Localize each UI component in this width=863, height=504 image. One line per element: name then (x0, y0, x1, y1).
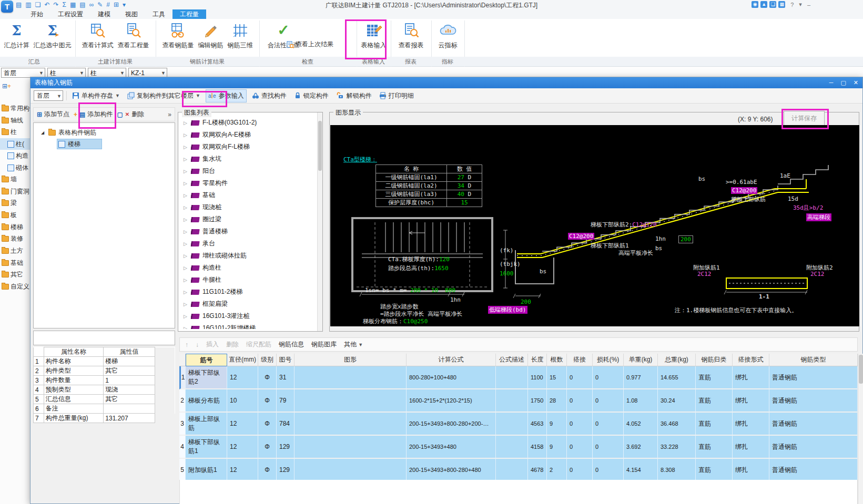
sidebar-item-custom[interactable]: 自定义 (0, 281, 30, 292)
expand-icon[interactable]: ▷ (184, 229, 188, 234)
cell-unitweight[interactable]: 4.154 (624, 459, 658, 482)
cell-name[interactable]: 梯板下部纵筋2 (186, 366, 227, 389)
property-row[interactable]: 1构件名称楼梯 (34, 357, 175, 366)
cell-diameter[interactable]: 12 (227, 436, 258, 459)
find-component-button[interactable]: 查找构件 (250, 90, 289, 102)
expand-icon[interactable]: ▷ (184, 217, 188, 222)
cell-name[interactable]: 梯板上部纵筋 (186, 413, 227, 436)
atlas-item[interactable]: ▷阳台 (178, 165, 322, 177)
col-header-type[interactable]: 钢筋类型 (769, 354, 858, 366)
expand-icon[interactable]: ▷ (184, 241, 188, 246)
view-rebar-qty-button[interactable]: 查看钢筋量 (160, 20, 196, 51)
atlas-item[interactable]: ▷零星构件 (178, 177, 322, 189)
cell-lap[interactable]: 0 (567, 389, 593, 413)
cell-length[interactable]: 4678 (528, 459, 547, 482)
expand-icon[interactable]: ▷ (184, 253, 188, 259)
cell-lap[interactable]: 0 (567, 413, 593, 436)
cell-lap[interactable]: 0 (567, 459, 593, 482)
cell-lapform[interactable]: 绑扎 (733, 389, 769, 413)
other-menu-button[interactable]: 其他 ▼ (344, 340, 363, 349)
cell-length[interactable]: 4563 (528, 413, 547, 436)
col-header-unitweight[interactable]: 单重(kg) (624, 354, 658, 366)
cell-shape[interactable]: 2800 185 480 1650 (295, 436, 407, 459)
cell-name[interactable]: 附加纵筋1 (186, 459, 227, 482)
parameter-input-button[interactable]: ae 参数输入 (206, 89, 247, 102)
cad-top-rebar-tag[interactable]: C12@200 (731, 187, 757, 194)
cell-count[interactable]: 28 (547, 389, 567, 413)
edit-rebar-button[interactable]: 编辑钢筋 (196, 20, 226, 51)
property-row[interactable]: 3构件数量1 (34, 376, 175, 385)
col-header-lapform[interactable]: 搭接形式 (733, 354, 769, 366)
cell-shape[interactable]: 90 1570 (295, 389, 407, 413)
cell-desc[interactable] (496, 436, 528, 459)
atlas-item[interactable]: ▷圈过梁 (178, 213, 322, 225)
cell-diameter[interactable]: 10 (227, 389, 258, 413)
dialog-floor-combo[interactable]: 首层▼ (34, 90, 63, 101)
cell-unitweight[interactable]: 1.08 (624, 389, 658, 413)
cad-canvas[interactable]: CTa型楼梯： 名 称数 值 一级钢筋锚固(la1)27 D 二级钢筋锚固(la… (330, 125, 859, 326)
minimize-ribbon-button[interactable]: ▾ (799, 1, 802, 8)
cell-lapform[interactable]: 绑扎 (733, 366, 769, 389)
cell-lapform[interactable]: 绑扎 (733, 413, 769, 436)
expand-icon[interactable]: ▷ (184, 145, 188, 150)
cell-formula[interactable]: 200-15+3493+480 (407, 436, 496, 459)
delete-row-button[interactable]: 删除 (226, 340, 239, 349)
cell-desc[interactable] (496, 413, 528, 436)
cell-diameter[interactable]: 12 (227, 366, 258, 389)
view-quantity-button[interactable]: 查看工程量 (116, 20, 151, 51)
cell-count[interactable]: 9 (547, 413, 567, 436)
property-row[interactable]: 6备注 (34, 404, 175, 414)
delete-button[interactable]: ▢✕删除 (117, 110, 144, 119)
cell-lapform[interactable]: 绑扎 (733, 436, 769, 459)
col-header-figure[interactable]: 图号 (277, 354, 295, 366)
copy-to-floors-button[interactable]: 复制构件到其它楼层▼ (125, 90, 202, 102)
lock-component-button[interactable]: 锁定构件 (292, 90, 331, 102)
sidebar-item-other[interactable]: 其它 (0, 269, 30, 280)
cell-name[interactable]: 梯板下部纵筋1 (186, 436, 227, 459)
atlas-item[interactable]: ▷框架扁梁 (178, 298, 322, 310)
bell-icon[interactable]: ▲ (760, 1, 767, 8)
table-scrollbar[interactable] (858, 354, 863, 504)
cell-formula[interactable]: 200-15+3493+800-280+200-… (407, 413, 496, 436)
cell-class[interactable]: 直筋 (696, 413, 733, 436)
sidebar-item-column[interactable]: 柱 (0, 126, 30, 138)
summary-selected-button[interactable]: Σ➤ 汇总选中图元 (32, 20, 74, 51)
col-header-count[interactable]: 根数 (547, 354, 567, 366)
insert-button[interactable]: 插入 (206, 340, 219, 349)
atlas-item[interactable]: ▷牛腿柱 (178, 274, 322, 286)
property-row[interactable]: 2构件类型其它 (34, 366, 175, 376)
cell-lapform[interactable]: 绑扎 (733, 459, 769, 482)
chat-icon[interactable]: ❑ (769, 1, 776, 8)
apps-icon[interactable]: ▦ (778, 1, 785, 8)
expand-icon[interactable]: ▷ (184, 265, 188, 271)
atlas-item[interactable]: ▷集水坑 (178, 153, 322, 165)
cell-unitweight[interactable]: 4.052 (624, 413, 658, 436)
cell-figure[interactable]: 129 (277, 436, 295, 459)
sidebar-item-axis[interactable]: 轴线 (0, 115, 30, 126)
property-row[interactable]: 5汇总信息其它 (34, 395, 175, 404)
save-component-button[interactable]: 单构件存盘▼ (70, 90, 122, 102)
table-input-button[interactable]: 表格输入 (359, 20, 389, 51)
expand-icon[interactable]: ▷ (184, 290, 188, 295)
tab-tools[interactable]: 工具 (145, 9, 172, 19)
col-header-totalweight[interactable]: 总重(kg) (658, 354, 696, 366)
print-detail-button[interactable]: 打印明细 (377, 90, 416, 102)
tab-modeling[interactable]: 建模 (90, 9, 118, 19)
col-header-class[interactable]: 钢筋归类 (696, 354, 733, 366)
col-header-desc[interactable]: 公式描述 (496, 354, 528, 366)
atlas-item[interactable]: ▷双网双向F-L楼梯 (178, 141, 322, 153)
atlas-item[interactable]: ▷普通楼梯 (178, 225, 322, 238)
cell-desc[interactable] (496, 459, 528, 482)
cell-totalweight[interactable]: 14.655 (658, 366, 696, 389)
atlas-scrollbar[interactable] (317, 112, 322, 331)
col-header-level[interactable]: 级别 (258, 354, 277, 366)
atlas-item[interactable]: ▷增柱或砌体拉筋 (178, 250, 322, 262)
user-icon[interactable]: ◉ (752, 1, 758, 8)
expand-icon[interactable]: ▷ (184, 277, 188, 283)
help-button[interactable]: ? (790, 2, 794, 8)
atlas-item[interactable]: ▷F-L楼梯(03G101-2) (178, 117, 322, 129)
cell-class[interactable]: 直筋 (696, 366, 733, 389)
cell-type[interactable]: 普通钢筋 (769, 366, 858, 389)
cell-count[interactable]: 15 (547, 366, 567, 389)
move-up-button[interactable]: ↑ (185, 341, 188, 348)
